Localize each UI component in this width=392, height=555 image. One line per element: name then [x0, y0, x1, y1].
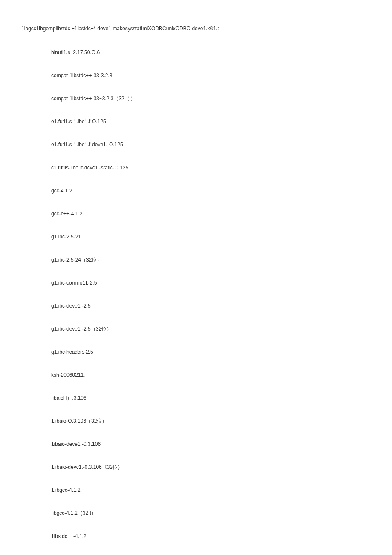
list-item: g1.ibc-hcadcrs-2.5	[51, 348, 371, 356]
list-item: binuti1.s_2.17.50.O.6	[51, 49, 371, 56]
list-item: 1.ibgcc-4.1.2	[51, 486, 371, 494]
list-item: ksh-20060211.	[51, 371, 371, 379]
list-item: compat-1ibstdc++-33~3.2.3（32（i）	[51, 95, 371, 102]
list-item: g1.ibc-2.5-24（32位）	[51, 256, 371, 264]
list-item: 1.ibaio-devc1.-0.3.106《32位）	[51, 463, 371, 471]
list-item: 1ibstdc++-4.1.2	[51, 532, 371, 540]
list-item: IibaioH）.3.106	[51, 394, 371, 402]
list-item: c1.futiIs-libe1f-dcvc1.-static-O.125	[51, 164, 371, 171]
list-item: 1.ibaio-O.3.106（32位）	[51, 417, 371, 425]
header-text: 1ibgcc1ibgomplibstdc·÷1ibstdc+*-deve1.ma…	[21, 26, 371, 32]
list-item: g1.ibc-deve1.-2.5	[51, 302, 371, 310]
list-item: e1.futi1.s-1.ibe1.f-O.125	[51, 118, 371, 125]
list-item: g1.ibc-corrmo11-2.5	[51, 279, 371, 287]
list-item: 1ibaio-deve1.-0.3.106	[51, 440, 371, 448]
list-item: e1.futi1.s-1.ibe1.f-deve1.-O.125	[51, 141, 371, 148]
list-item: gcc-4.1.2	[51, 187, 371, 195]
list-item: Iibgcc-4.1.2（32ft）	[51, 509, 371, 517]
list-item: compat-1ibstdc++-33-3.2.3	[51, 72, 371, 79]
list-item: g1.ibc-2.5-21	[51, 233, 371, 241]
package-list: binuti1.s_2.17.50.O.6 compat-1ibstdc++-3…	[21, 49, 371, 555]
list-item: gcc-c++-4.1.2	[51, 210, 371, 218]
list-item: g1.ibc-deve1.-2.5（32位）	[51, 325, 371, 333]
